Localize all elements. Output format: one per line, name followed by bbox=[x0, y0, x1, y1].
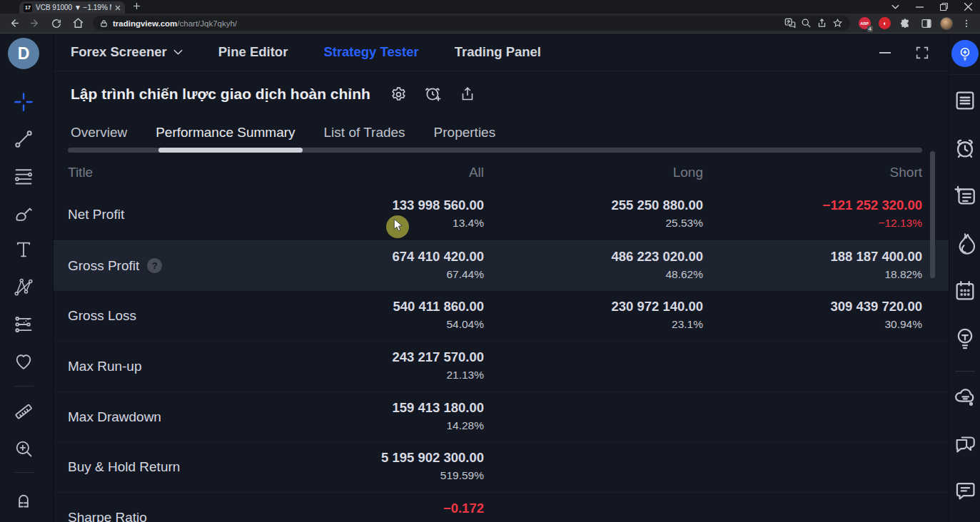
table-row[interactable]: Net Profit133 998 560.0013.4%255 250 880… bbox=[54, 190, 949, 240]
back-icon[interactable] bbox=[6, 16, 21, 31]
browser-menu-icon[interactable] bbox=[959, 16, 974, 31]
ruler-icon[interactable] bbox=[14, 401, 34, 421]
crosshair-icon[interactable] bbox=[14, 92, 34, 112]
minds-icon[interactable] bbox=[953, 384, 977, 409]
adblock-extension-icon[interactable]: ABP 4 bbox=[857, 16, 872, 31]
metric-cell: 674 410 420.0067.44% bbox=[282, 241, 484, 291]
alert-clock-plus-icon[interactable] bbox=[424, 85, 443, 103]
nav-trading-panel[interactable]: Trading Panel bbox=[455, 44, 541, 60]
panel-maximize-icon[interactable] bbox=[914, 45, 930, 61]
table-header-row: Title All Long Short bbox=[54, 155, 949, 190]
magnet-icon[interactable] bbox=[14, 489, 34, 509]
nav-pine-editor[interactable]: Pine Editor bbox=[218, 44, 288, 60]
side-panel-icon[interactable] bbox=[919, 16, 934, 31]
watchlist-icon[interactable] bbox=[953, 88, 977, 113]
zoom-in-icon[interactable] bbox=[14, 439, 34, 459]
metric-cell bbox=[703, 493, 922, 522]
forecast-icon[interactable] bbox=[14, 314, 34, 334]
window-minimize-button[interactable] bbox=[907, 0, 931, 14]
alerts-icon[interactable] bbox=[953, 136, 977, 160]
table-row[interactable]: Max Drawdown159 413 180.0014.28% bbox=[54, 392, 949, 442]
metric-value: 255 250 880.00 bbox=[484, 196, 703, 215]
performance-table: Title All Long Short Net Profit133 998 5… bbox=[54, 155, 949, 522]
table-row[interactable]: Sharpe Ratio−0.172 bbox=[54, 492, 949, 522]
metric-cell: 5 195 902 300.00519.59% bbox=[282, 442, 484, 492]
metric-cell: 188 187 400.0018.82% bbox=[703, 241, 922, 291]
home-icon[interactable] bbox=[70, 16, 86, 31]
metric-value: 159 413 180.00 bbox=[282, 399, 484, 417]
active-tab-indicator[interactable] bbox=[158, 148, 303, 153]
notes-icon[interactable] bbox=[953, 183, 977, 208]
bookmark-star-icon[interactable] bbox=[832, 18, 843, 29]
row-label: Sharpe Ratio bbox=[68, 493, 282, 522]
metric-cell: 309 439 720.0030.94% bbox=[703, 291, 922, 341]
performance-table-body: Net Profit133 998 560.0013.4%255 250 880… bbox=[54, 190, 949, 522]
fib-retracement-icon[interactable] bbox=[14, 166, 34, 186]
reload-icon[interactable] bbox=[49, 16, 64, 31]
forward-icon[interactable] bbox=[27, 16, 43, 31]
metric-cell bbox=[703, 342, 922, 392]
metric-percent: 30.94% bbox=[703, 316, 922, 332]
ideas-icon[interactable] bbox=[953, 326, 977, 350]
metric-value: 309 439 720.00 bbox=[703, 297, 922, 316]
settings-gear-icon[interactable] bbox=[390, 86, 408, 103]
tab-list-of-trades[interactable]: List of Trades bbox=[324, 125, 405, 140]
browser-profile-avatar[interactable] bbox=[940, 17, 953, 30]
toolbar-divider bbox=[14, 386, 34, 387]
tab-properties[interactable]: Properties bbox=[434, 125, 496, 140]
sidebar-divider bbox=[955, 371, 975, 372]
chat-icon[interactable] bbox=[953, 431, 977, 456]
lightbulb-plus-icon[interactable] bbox=[951, 40, 979, 67]
extensions-puzzle-icon[interactable] bbox=[897, 16, 913, 31]
lock-icon bbox=[100, 19, 108, 28]
metric-cell bbox=[484, 442, 703, 492]
row-label: Gross Loss bbox=[68, 291, 282, 341]
xabcd-pattern-icon[interactable] bbox=[14, 277, 34, 297]
metric-cell: 255 250 880.0025.53% bbox=[484, 190, 703, 240]
metric-cell: 243 217 570.0021.13% bbox=[282, 342, 484, 392]
metric-percent: 23.1% bbox=[484, 316, 703, 332]
browser-tab[interactable]: 17 VCB 91000 ▼ −1.19% MinhDung bbox=[19, 1, 125, 14]
table-row[interactable]: Max Run-up243 217 570.0021.13% bbox=[54, 341, 949, 392]
brush-icon[interactable] bbox=[14, 203, 34, 223]
window-restore-button[interactable] bbox=[931, 0, 956, 14]
trend-line-icon[interactable] bbox=[14, 129, 34, 149]
horizontal-scrollbar[interactable] bbox=[68, 148, 922, 153]
hotlist-icon[interactable] bbox=[953, 231, 977, 255]
calendar-icon[interactable] bbox=[953, 279, 977, 303]
table-row[interactable]: Buy & Hold Return5 195 902 300.00519.59% bbox=[54, 441, 949, 492]
panel-minimize-icon[interactable] bbox=[879, 51, 891, 54]
translate-icon[interactable] bbox=[784, 18, 796, 29]
tab-performance-summary[interactable]: Performance Summary bbox=[156, 125, 295, 140]
metric-cell bbox=[703, 442, 922, 492]
tab-search-chevron-icon[interactable] bbox=[883, 0, 907, 14]
favorites-heart-icon[interactable] bbox=[14, 352, 34, 372]
metric-value: 243 217 570.00 bbox=[282, 348, 484, 367]
inbox-icon[interactable] bbox=[953, 478, 977, 503]
help-icon[interactable]: ? bbox=[147, 258, 162, 273]
metric-cell: 486 223 020.0048.62% bbox=[484, 241, 703, 291]
nav-strategy-tester[interactable]: Strategy Tester bbox=[323, 44, 418, 60]
strategy-tester-panel: Forex Screener Pine Editor Strategy Test… bbox=[54, 34, 949, 522]
user-avatar[interactable]: D bbox=[8, 38, 39, 69]
url-text: tradingview.com/chart/Jqk7qkyh/ bbox=[113, 19, 779, 28]
address-bar[interactable]: tradingview.com/chart/Jqk7qkyh/ bbox=[93, 16, 850, 31]
table-row[interactable]: Gross Profit?674 410 420.0067.44%486 223… bbox=[54, 240, 949, 291]
metric-percent: 519.59% bbox=[282, 467, 484, 483]
upload-share-icon[interactable] bbox=[459, 86, 476, 103]
metric-percent: 18.82% bbox=[703, 266, 922, 282]
browser-tab-title: VCB 91000 ▼ −1.19% MinhDung bbox=[36, 4, 111, 11]
nav-forex-screener[interactable]: Forex Screener bbox=[71, 44, 183, 60]
red-extension-icon[interactable]: ◖ bbox=[877, 16, 891, 31]
table-row[interactable]: Gross Loss540 411 860.0054.04%230 972 14… bbox=[54, 290, 949, 341]
share-icon[interactable] bbox=[817, 18, 827, 29]
tab-overview[interactable]: Overview bbox=[71, 125, 127, 140]
metric-cell bbox=[484, 342, 703, 392]
sidebar-divider bbox=[949, 74, 980, 75]
zoom-page-icon[interactable] bbox=[801, 18, 812, 29]
vertical-scrollbar-thumb[interactable] bbox=[930, 151, 935, 278]
new-tab-button[interactable] bbox=[133, 2, 141, 10]
window-close-button[interactable] bbox=[956, 0, 980, 14]
tab-close-icon[interactable] bbox=[115, 5, 121, 11]
text-icon[interactable] bbox=[14, 240, 34, 260]
